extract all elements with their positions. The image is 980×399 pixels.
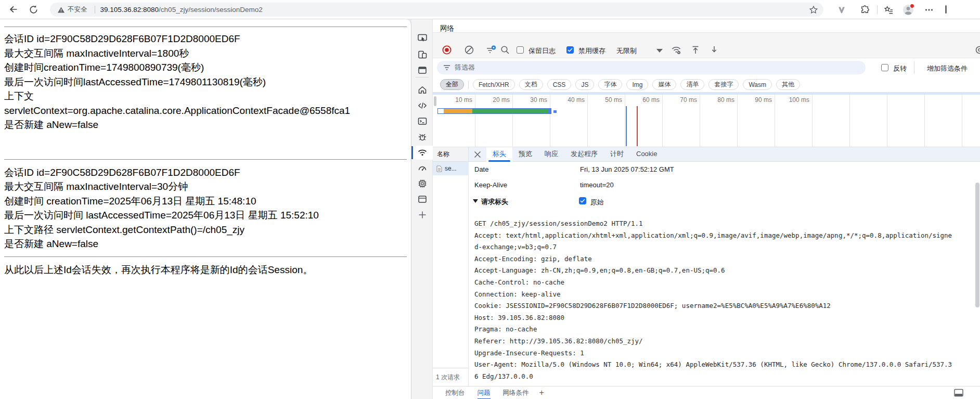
browser-toolbar: 不安全 39.105.36.82:8080/ch05_zjy/session/s… (0, 0, 980, 19)
tab-preview[interactable]: 预览 (512, 147, 538, 162)
record-stop-button[interactable] (442, 45, 452, 55)
tick-label: 30 ms (520, 96, 547, 104)
performance-tool-button[interactable] (416, 161, 429, 175)
horizontal-rule (4, 27, 407, 27)
filter-chip-media[interactable]: 媒体 (652, 79, 676, 90)
throttling-dropdown-arrow[interactable] (656, 49, 663, 53)
gridline (924, 95, 925, 147)
chip-divider (468, 81, 469, 89)
url-text[interactable]: 39.105.36.82:8080/ch05_zjy/session/sessi… (100, 6, 809, 14)
invert-checkbox[interactable] (881, 64, 888, 71)
session-line: 最大交互间隔 maxInactiveInterval=30分钟 (4, 179, 407, 194)
filter-chip-other[interactable]: 其他 (776, 79, 800, 90)
dock-panel-icon (954, 389, 963, 397)
application-tool-button[interactable] (416, 192, 429, 206)
filter-chip-wasm[interactable]: Wasm (743, 79, 772, 90)
filter-chip-css[interactable]: CSS (547, 79, 572, 90)
tab-initiator[interactable]: 发起程序 (564, 147, 604, 162)
address-bar[interactable]: 不安全 39.105.36.82:8080/ch05_zjy/session/s… (50, 3, 823, 17)
collections-button[interactable] (882, 4, 895, 16)
code-icon (417, 100, 428, 111)
header-value: timeout=20 (580, 181, 614, 189)
filter-chip-socket[interactable]: 套接字 (708, 79, 739, 90)
details-scrollbar[interactable] (975, 164, 979, 382)
filter-toggle-button[interactable] (486, 45, 496, 55)
profile-avatar[interactable] (902, 4, 914, 16)
request-waterfall-bar[interactable] (437, 108, 551, 114)
request-list-row[interactable]: se... (433, 162, 469, 175)
raw-headers-label[interactable]: 原始 (590, 198, 604, 207)
details-scrollbar-thumb[interactable] (975, 183, 979, 307)
raw-header-line: Host: 39.105.36.82:8080 (474, 314, 980, 326)
tick-label: 20 ms (483, 96, 510, 104)
disable-cache-checkbox[interactable] (566, 46, 574, 54)
preserve-log-label[interactable]: 保留日志 (528, 46, 556, 56)
device-emulation-button[interactable] (416, 48, 429, 61)
export-har-button[interactable] (710, 45, 719, 55)
overview-grip[interactable] (434, 96, 436, 106)
back-button[interactable] (7, 3, 20, 16)
filter-chip-xhr[interactable]: Fetch/XHR (473, 79, 515, 90)
welcome-tool-button[interactable] (416, 83, 429, 97)
url-path: /ch05_zjy/session/sessionDemo2 (159, 6, 263, 14)
session-footer-line: 从此以后上述Id会话失效，再次执行本程序将是新的Id的会话Session。 (4, 263, 407, 277)
preserve-log-checkbox[interactable] (517, 46, 524, 54)
extensions-button[interactable] (858, 4, 871, 16)
debugger-tool-button[interactable] (416, 130, 429, 144)
drawer-tab-network-conditions[interactable]: 网络条件 (503, 387, 529, 399)
close-details-button[interactable] (469, 151, 486, 158)
devtools-panel: 网络 保留日志 禁用缓存 无限制 (411, 19, 980, 399)
drawer-tab-issues[interactable]: 问题 (478, 387, 491, 399)
search-button[interactable] (500, 45, 510, 55)
memory-tool-button[interactable] (416, 177, 429, 190)
clear-button[interactable] (465, 45, 474, 55)
request-headers-section[interactable]: 请求标头 原始 (469, 195, 980, 209)
reload-button[interactable] (27, 3, 40, 16)
invert-label[interactable]: 反转 (893, 64, 907, 73)
request-details-pane: Date Fri, 13 Jun 2025 07:52:12 GMT Keep-… (469, 162, 980, 386)
dock-side-button[interactable] (954, 389, 963, 397)
waterfall-marker (553, 110, 557, 113)
more-menu-button[interactable] (923, 4, 935, 16)
elements-tool-button[interactable] (416, 99, 429, 112)
name-column-header[interactable]: 名称 (433, 147, 469, 162)
raw-headers-checkbox[interactable] (579, 197, 586, 204)
filter-chip-all[interactable]: 全部 (440, 79, 464, 90)
filter-chip-manifest[interactable]: 清单 (680, 79, 704, 90)
tab-cookies[interactable]: Cookie (630, 147, 663, 162)
throttling-select[interactable]: 无限制 (616, 46, 637, 56)
filter-chip-font[interactable]: 字体 (598, 79, 622, 90)
add-tool-button[interactable] (416, 208, 429, 222)
more-filters-button[interactable]: 增加筛选条件 (927, 64, 968, 73)
waterfall-overview[interactable]: 10 ms 20 ms 30 ms 40 ms 50 ms 60 ms 70 m… (433, 95, 980, 147)
toolbar-divider (877, 5, 878, 14)
drawer-add-tab-button[interactable]: + (539, 388, 544, 397)
favorite-star-icon[interactable] (809, 5, 818, 15)
filter-input[interactable]: 筛选器 (437, 61, 866, 74)
network-toolbar: 保留日志 禁用缓存 无限制 (433, 32, 980, 58)
filter-chip-img[interactable]: Img (626, 79, 648, 90)
network-conditions-button[interactable] (671, 45, 681, 55)
filter-chip-doc[interactable]: 文档 (519, 79, 543, 90)
tab-response[interactable]: 响应 (538, 147, 564, 162)
disable-cache-label[interactable]: 禁用缓存 (578, 46, 605, 56)
gridline (887, 95, 887, 147)
extension-v-button[interactable] (835, 4, 848, 16)
console-tool-button[interactable] (416, 114, 429, 128)
security-chip[interactable]: 不安全 (55, 5, 89, 14)
section-collapse-arrow[interactable] (473, 199, 478, 203)
session-line: 最后一次访问时间 lastAccessedTime=2025年06月13日 星期… (4, 208, 407, 223)
filter-chip-js[interactable]: JS (575, 79, 594, 90)
header-value: Fri, 13 Jun 2025 07:52:12 GMT (580, 165, 674, 173)
tab-timing[interactable]: 计时 (604, 147, 630, 162)
network-tool-button[interactable] (416, 146, 429, 159)
tab-headers[interactable]: 标头 (486, 147, 512, 162)
settings-partial-button[interactable] (975, 45, 980, 55)
inspect-tool-button[interactable] (416, 31, 429, 45)
session-line: 上下文 (4, 89, 407, 104)
drawer-tab-console[interactable]: 控制台 (445, 387, 465, 399)
import-har-button[interactable] (691, 45, 700, 55)
sidebar-toggle-partial[interactable] (945, 5, 947, 14)
notification-dot (910, 4, 914, 8)
browser-window-button[interactable] (416, 63, 429, 77)
